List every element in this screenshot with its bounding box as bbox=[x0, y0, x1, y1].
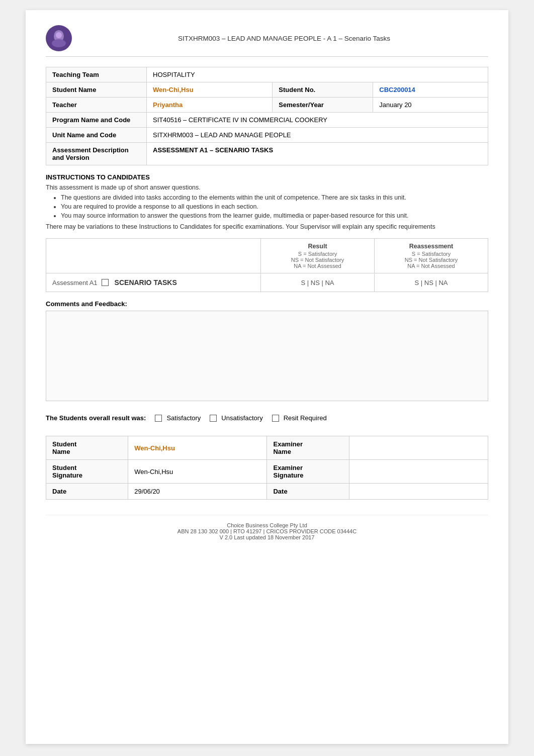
student-no-label: Student No. bbox=[273, 82, 373, 98]
program-value: SIT40516 – CERTIFICATE IV IN COMMERCIAL … bbox=[147, 113, 488, 128]
info-table: Teaching Team HOSPITALITY Student Name W… bbox=[46, 67, 488, 165]
list-item: The questions are divided into tasks acc… bbox=[61, 194, 488, 201]
overall-result-row: The Students overall result was: Satisfa… bbox=[46, 409, 488, 427]
examiner-date-value bbox=[349, 484, 488, 500]
comments-box[interactable] bbox=[46, 311, 488, 401]
student-no-value: CBC200014 bbox=[373, 82, 488, 98]
examiner-date-label: Date bbox=[267, 484, 349, 500]
resit-label: Resit Required bbox=[284, 414, 327, 422]
student-name-label: Student Name bbox=[46, 82, 147, 98]
semester-label: Semester/Year bbox=[273, 98, 373, 113]
student-name-value: Wen-Chi,Hsu bbox=[147, 82, 273, 98]
instructions-intro: This assessment is made up of short answ… bbox=[46, 184, 488, 191]
list-item: You may source information to answer the… bbox=[61, 212, 488, 219]
table-row: Unit Name and Code SITXHRM003 – LEAD AND… bbox=[46, 128, 488, 143]
comments-section: Comments and Feedback: bbox=[46, 300, 488, 401]
student-name-sig-label: StudentName bbox=[46, 436, 128, 460]
page: SITXHRM003 – LEAD AND MANAGE PEOPLE - A … bbox=[26, 10, 508, 744]
result-col-empty bbox=[46, 239, 260, 273]
semester-value: January 20 bbox=[373, 98, 488, 113]
variations-text: There may be variations to these Instruc… bbox=[46, 223, 488, 230]
instructions-title: INSTRUCTIONS TO CANDIDATES bbox=[46, 173, 488, 181]
instructions-section: INSTRUCTIONS TO CANDIDATES This assessme… bbox=[46, 173, 488, 230]
reassessment-values: S | NS | NA bbox=[374, 274, 488, 292]
table-row: Teaching Team HOSPITALITY bbox=[46, 67, 488, 82]
table-row: Assessment Description and Version ASSES… bbox=[46, 143, 488, 165]
header-title: SITXHRM003 – LEAD AND MANAGE PEOPLE - A … bbox=[80, 35, 488, 42]
result-col-title: Result bbox=[267, 243, 368, 250]
table-row: Student Name Wen-Chi,Hsu Student No. CBC… bbox=[46, 82, 488, 98]
unit-label: Unit Name and Code bbox=[46, 128, 147, 143]
comments-title: Comments and Feedback: bbox=[46, 300, 488, 308]
footer-line2: ABN 28 130 302 000 | RTO 41297 | CRICOS … bbox=[46, 528, 488, 534]
student-sig-label: StudentSignature bbox=[46, 460, 128, 484]
satisfactory-option[interactable]: Satisfactory bbox=[155, 414, 201, 422]
scenario-tasks-label: SCENARIO TASKS bbox=[115, 278, 177, 287]
bullet-list: The questions are divided into tasks acc… bbox=[61, 194, 488, 219]
table-row: Teacher Priyantha Semester/Year January … bbox=[46, 98, 488, 113]
examiner-name-value bbox=[349, 436, 488, 460]
overall-result-label: The Students overall result was: bbox=[46, 414, 146, 422]
result-col-result: Result S = SatisfactoryNS = Not Satisfac… bbox=[260, 239, 374, 273]
satisfactory-checkbox[interactable] bbox=[155, 415, 162, 422]
student-date-value: 29/06/20 bbox=[128, 484, 267, 500]
result-values: S | NS | NA bbox=[260, 274, 374, 292]
assessment-label: Assessment A1 bbox=[52, 279, 98, 287]
footer-line1: Choice Business College Pty Ltd bbox=[46, 522, 488, 528]
table-row: StudentName Wen-Chi,Hsu ExaminerName bbox=[46, 436, 488, 460]
student-name-sig-value: Wen-Chi,Hsu bbox=[128, 436, 267, 460]
examiner-name-label: ExaminerName bbox=[267, 436, 349, 460]
unsatisfactory-option[interactable]: Unsatisfactory bbox=[210, 414, 262, 422]
teaching-team-label: Teaching Team bbox=[46, 67, 147, 82]
svg-point-2 bbox=[56, 32, 62, 38]
examiner-sig-value bbox=[349, 460, 488, 484]
reassessment-col-title: Reassessment bbox=[381, 243, 482, 250]
unsatisfactory-label: Unsatisfactory bbox=[221, 414, 262, 422]
checkbox-scenario[interactable] bbox=[102, 279, 109, 286]
list-item: You are required to provide a response t… bbox=[61, 203, 488, 210]
table-row: Program Name and Code SIT40516 – CERTIFI… bbox=[46, 113, 488, 128]
result-col-reassessment: Reassessment S = SatisfactoryNS = Not Sa… bbox=[374, 239, 488, 273]
assessment-desc-value: ASSESSMENT A1 – SCENARIO TASKS bbox=[147, 143, 488, 165]
svg-point-1 bbox=[52, 39, 66, 47]
page-header: SITXHRM003 – LEAD AND MANAGE PEOPLE - A … bbox=[46, 25, 488, 57]
program-label: Program Name and Code bbox=[46, 113, 147, 128]
signature-table: StudentName Wen-Chi,Hsu ExaminerName Stu… bbox=[46, 436, 488, 500]
resit-checkbox[interactable] bbox=[272, 415, 279, 422]
resit-required-option[interactable]: Resit Required bbox=[272, 414, 327, 422]
examiner-sig-label: ExaminerSignature bbox=[267, 460, 349, 484]
assessment-a1-label: Assessment A1 SCENARIO TASKS bbox=[46, 273, 260, 292]
reassessment-col-sub: S = SatisfactoryNS = Not SatisfactoryNA … bbox=[381, 251, 482, 269]
footer-line3: V 2.0 Last updated 18 November 2017 bbox=[46, 534, 488, 540]
table-row: StudentSignature Wen-Chi,Hsu ExaminerSig… bbox=[46, 460, 488, 484]
logo bbox=[46, 25, 72, 51]
assessment-desc-label: Assessment Description and Version bbox=[46, 143, 147, 165]
teacher-label: Teacher bbox=[46, 98, 147, 113]
satisfactory-label: Satisfactory bbox=[166, 414, 201, 422]
teaching-team-value: HOSPITALITY bbox=[147, 67, 488, 82]
result-data-row: Assessment A1 SCENARIO TASKS S | NS | NA… bbox=[46, 273, 488, 292]
student-sig-value: Wen-Chi,Hsu bbox=[128, 460, 267, 484]
teacher-value: Priyantha bbox=[147, 98, 273, 113]
unit-value: SITXHRM003 – LEAD AND MANAGE PEOPLE bbox=[147, 128, 488, 143]
result-col-sub: S = SatisfactoryNS = Not SatisfactoryNA … bbox=[267, 251, 368, 269]
result-header-row: Result S = SatisfactoryNS = Not Satisfac… bbox=[46, 239, 488, 273]
result-section: Result S = SatisfactoryNS = Not Satisfac… bbox=[46, 238, 488, 292]
table-row: Date 29/06/20 Date bbox=[46, 484, 488, 500]
student-date-label: Date bbox=[46, 484, 128, 500]
unsatisfactory-checkbox[interactable] bbox=[210, 415, 217, 422]
footer: Choice Business College Pty Ltd ABN 28 1… bbox=[46, 515, 488, 540]
